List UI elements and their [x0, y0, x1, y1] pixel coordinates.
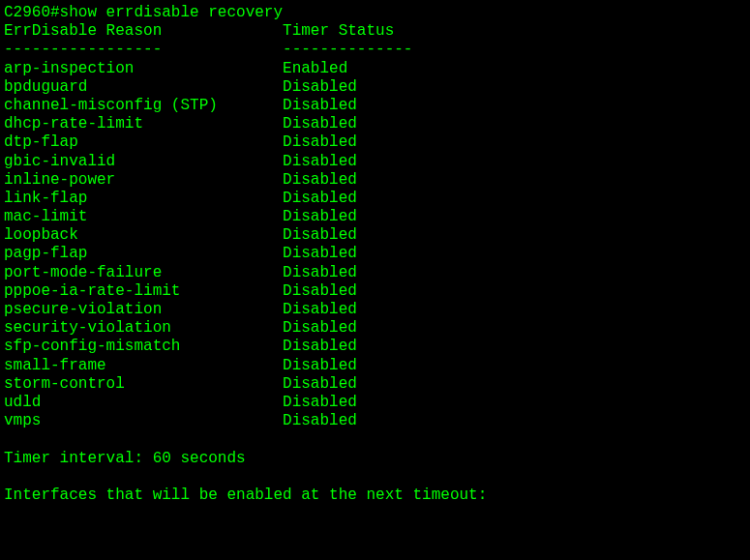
- status-cell: Disabled: [283, 171, 357, 189]
- reason-cell: psecure-violation: [4, 301, 283, 318]
- status-cell: Disabled: [283, 319, 357, 337]
- table-row: bpduguard Disabled: [4, 78, 746, 97]
- table-row: pagp-flap Disabled: [4, 245, 746, 263]
- table-row: channel-misconfig (STP) Disabled: [4, 97, 746, 115]
- status-cell: Disabled: [283, 97, 357, 114]
- table-row: arp-inspection Enabled: [4, 60, 746, 78]
- table-row: pppoe-ia-rate-limit Disabled: [4, 282, 746, 301]
- status-cell: Enabled: [283, 60, 347, 77]
- table-row: gbic-invalid Disabled: [4, 153, 746, 171]
- table-row: vmps Disabled: [4, 412, 746, 430]
- status-cell: Disabled: [283, 282, 357, 300]
- status-cell: Disabled: [283, 115, 357, 133]
- header-timer: Timer Status: [283, 22, 394, 40]
- command: show errdisable recovery: [60, 4, 283, 21]
- table-row: mac-limit Disabled: [4, 208, 746, 226]
- reason-cell: link-flap: [4, 190, 283, 207]
- table-row: link-flap Disabled: [4, 190, 746, 208]
- table-row: loopback Disabled: [4, 226, 746, 245]
- reason-cell: mac-limit: [4, 208, 283, 225]
- status-cell: Disabled: [283, 357, 357, 374]
- status-cell: Disabled: [283, 394, 357, 411]
- table-row: security-violation Disabled: [4, 319, 746, 338]
- dash-left: -----------------: [4, 41, 283, 58]
- status-cell: Disabled: [283, 78, 357, 96]
- status-cell: Disabled: [283, 412, 357, 429]
- reason-cell: arp-inspection: [4, 60, 283, 77]
- header-line: ErrDisable Reason Timer Status: [4, 22, 746, 41]
- reason-cell: vmps: [4, 412, 283, 429]
- status-cell: Disabled: [283, 301, 357, 318]
- table-row: udld Disabled: [4, 394, 746, 412]
- reason-cell: channel-misconfig (STP): [4, 97, 283, 114]
- status-cell: Disabled: [283, 226, 357, 244]
- table-row: inline-power Disabled: [4, 171, 746, 190]
- table-row: psecure-violation Disabled: [4, 301, 746, 319]
- table-row: storm-control Disabled: [4, 375, 746, 394]
- status-cell: Disabled: [283, 153, 357, 170]
- timer-interval: Timer interval: 60 seconds: [4, 450, 746, 468]
- reason-cell: sfp-config-mismatch: [4, 338, 283, 355]
- prompt: C2960#: [4, 4, 60, 21]
- reason-cell: small-frame: [4, 357, 283, 374]
- table-row: dhcp-rate-limit Disabled: [4, 115, 746, 133]
- status-cell: Disabled: [283, 245, 357, 262]
- reason-cell: dhcp-rate-limit: [4, 115, 283, 133]
- reason-cell: gbic-invalid: [4, 153, 283, 170]
- reason-cell: bpduguard: [4, 78, 283, 96]
- dash-right: --------------: [283, 41, 412, 58]
- dash-line: ----------------- --------------: [4, 41, 746, 59]
- blank-line-2: [4, 468, 746, 486]
- status-cell: Disabled: [283, 133, 357, 151]
- reason-cell: pagp-flap: [4, 245, 283, 262]
- status-cell: Disabled: [283, 208, 357, 225]
- reason-cell: udld: [4, 394, 283, 411]
- reason-cell: dtp-flap: [4, 133, 283, 151]
- table-row: dtp-flap Disabled: [4, 133, 746, 152]
- table-row: sfp-config-mismatch Disabled: [4, 338, 746, 356]
- table-row: small-frame Disabled: [4, 357, 746, 375]
- table-row: port-mode-failure Disabled: [4, 264, 746, 282]
- reason-cell: inline-power: [4, 171, 283, 189]
- status-cell: Disabled: [283, 375, 357, 393]
- command-line[interactable]: C2960#show errdisable recovery: [4, 4, 746, 22]
- reason-cell: storm-control: [4, 375, 283, 393]
- status-cell: Disabled: [283, 338, 357, 355]
- reason-cell: security-violation: [4, 319, 283, 337]
- status-cell: Disabled: [283, 190, 357, 207]
- blank-line: [4, 430, 746, 449]
- header-reason: ErrDisable Reason: [4, 22, 283, 40]
- interfaces-msg: Interfaces that will be enabled at the n…: [4, 486, 746, 505]
- status-cell: Disabled: [283, 264, 357, 281]
- reason-cell: pppoe-ia-rate-limit: [4, 282, 283, 300]
- reason-cell: loopback: [4, 226, 283, 244]
- reason-cell: port-mode-failure: [4, 264, 283, 281]
